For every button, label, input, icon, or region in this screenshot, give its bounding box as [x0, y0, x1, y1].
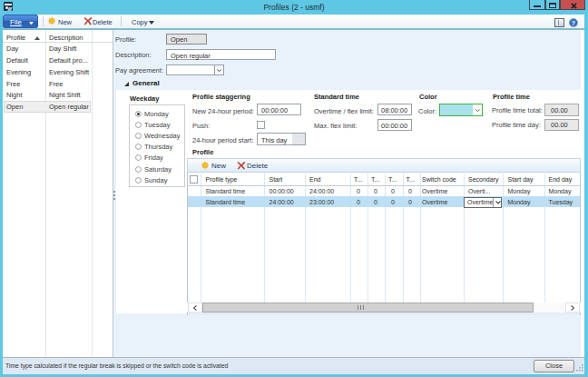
svg-text:?: ? — [572, 20, 575, 26]
